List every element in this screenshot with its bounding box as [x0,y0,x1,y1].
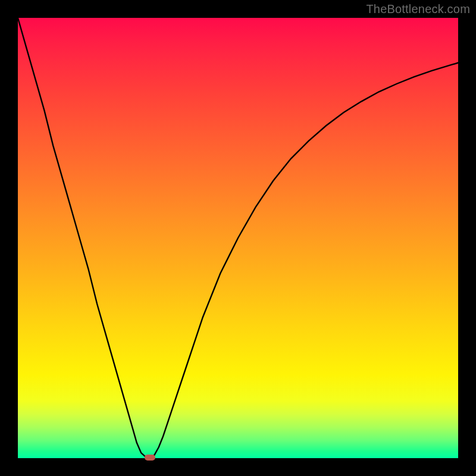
curve-path [18,18,458,458]
chart-frame: TheBottleneck.com [0,0,476,476]
bottleneck-curve [18,18,458,458]
minimum-marker [145,455,155,461]
watermark-text: TheBottleneck.com [366,2,470,16]
plot-area [18,18,458,458]
